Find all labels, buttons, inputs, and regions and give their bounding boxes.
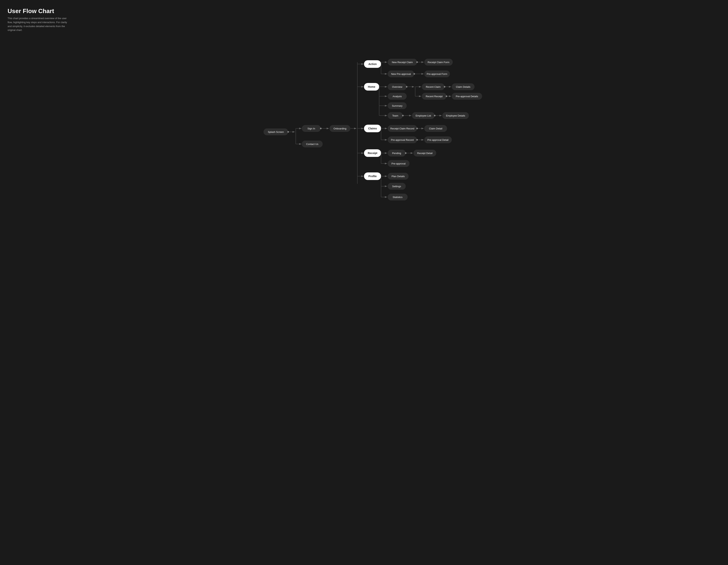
node-new-receipt-claim: New Receipt Claim (388, 59, 417, 66)
svg-text:Profile: Profile (368, 175, 377, 178)
svg-text:New Pre-approval: New Pre-approval (391, 73, 411, 75)
node-receipt-claim-record: Receipt Claim Record (388, 125, 417, 132)
svg-text:Pre-approval: Pre-approval (391, 162, 406, 165)
svg-text:Receipt Claim Record: Receipt Claim Record (390, 127, 414, 130)
node-receipt-detail: Receipt Detail (413, 150, 436, 157)
node-receipt: Receipt (364, 149, 381, 157)
svg-point-3 (287, 131, 289, 133)
svg-text:Claims: Claims (368, 127, 377, 130)
svg-text:Plan Details: Plan Details (391, 175, 405, 178)
node-pre-approval-details: Pre-approval Details (452, 93, 482, 100)
node-statistics: Statistics (388, 194, 408, 201)
svg-text:Sign In: Sign In (308, 127, 315, 130)
svg-text:Settings: Settings (392, 185, 401, 188)
svg-point-64 (446, 96, 447, 97)
svg-text:Claim Detail: Claim Detail (429, 127, 442, 130)
svg-text:Pre-approval Record: Pre-approval Record (391, 139, 414, 141)
svg-point-30 (416, 61, 418, 63)
svg-point-56 (444, 86, 445, 88)
svg-point-10 (320, 128, 322, 129)
svg-text:Employee Details: Employee Details (446, 114, 465, 117)
node-overview: Overview (388, 83, 407, 90)
flowchart-container: Splash Screen Sign In Contact Us Onboard… (8, 42, 720, 213)
page-title: User Flow Chart (8, 8, 720, 15)
node-onboarding: Onboarding (329, 125, 350, 132)
node-claims: Claims (364, 125, 381, 132)
node-new-pre-approval: New Pre-approval (388, 71, 414, 77)
svg-text:Pre-approval Form: Pre-approval Form (427, 73, 447, 75)
svg-text:Summary: Summary (392, 104, 402, 107)
node-sign-in: Sign In (302, 125, 321, 132)
svg-text:Pending: Pending (392, 152, 401, 155)
svg-point-72 (402, 115, 404, 116)
svg-text:Pre-approval Detail: Pre-approval Detail (427, 139, 448, 141)
flowchart-svg: Splash Screen Sign In Contact Us Onboard… (8, 42, 720, 212)
node-recent-claim: Recent Claim (422, 83, 445, 90)
node-employee-details: Employee Details (442, 112, 469, 119)
page-subtitle: This chart provides a streamlined overvi… (8, 16, 68, 32)
node-home: Home (364, 83, 379, 91)
svg-text:Onboarding: Onboarding (333, 127, 346, 130)
node-pre-approval-record: Pre-approval Record (388, 136, 417, 143)
node-pre-approval-receipt: Pre-approval (388, 160, 409, 167)
node-claim-details: Claim Details (452, 83, 475, 90)
svg-point-49 (406, 86, 407, 88)
svg-text:Receipt Claim Form: Receipt Claim Form (428, 61, 450, 64)
svg-text:Employee List: Employee List (416, 114, 431, 117)
svg-text:Team: Team (392, 114, 398, 117)
node-pre-approval-detail: Pre-approval Detail (424, 136, 452, 143)
svg-point-87 (416, 128, 418, 129)
svg-point-76 (434, 115, 435, 116)
node-plan-details: Plan Details (388, 173, 409, 180)
node-profile: Profile (364, 173, 381, 180)
node-employee-list: Employee List (412, 112, 435, 119)
svg-text:Contact Us: Contact Us (306, 143, 319, 146)
svg-text:Receipt: Receipt (368, 152, 377, 155)
svg-text:Receipt Detail: Receipt Detail (417, 152, 433, 155)
svg-text:Action: Action (368, 63, 377, 66)
svg-text:Statistics: Statistics (393, 196, 403, 199)
svg-point-93 (416, 139, 418, 141)
svg-text:New Receipt Claim: New Receipt Claim (392, 61, 413, 64)
node-analysis: Analysis (388, 93, 407, 100)
node-pre-approval-form: Pre-approval Form (424, 71, 450, 77)
svg-text:Recent Receipt: Recent Receipt (426, 95, 443, 98)
svg-text:Claim Details: Claim Details (456, 86, 471, 88)
svg-text:Pre-approval Details: Pre-approval Details (456, 95, 478, 98)
node-recent-receipt: Recent Receipt (422, 93, 446, 100)
svg-point-104 (405, 152, 406, 154)
node-pending: Pending (388, 150, 406, 157)
svg-text:Splash Screen: Splash Screen (268, 131, 284, 133)
svg-text:Analysis: Analysis (393, 95, 402, 98)
node-settings: Settings (388, 183, 406, 190)
node-action: Action (364, 60, 381, 68)
node-splash-screen: Splash Screen (264, 129, 288, 135)
svg-text:Overview: Overview (392, 86, 402, 88)
svg-point-36 (413, 73, 415, 75)
svg-text:Home: Home (368, 85, 375, 88)
node-summary: Summary (388, 102, 407, 109)
node-receipt-claim-form: Receipt Claim Form (424, 59, 453, 66)
node-claim-detail: Claim Detail (424, 125, 447, 132)
node-team: Team (388, 112, 403, 119)
node-contact-us: Contact Us (302, 141, 323, 147)
svg-text:Recent Claim: Recent Claim (426, 86, 441, 88)
